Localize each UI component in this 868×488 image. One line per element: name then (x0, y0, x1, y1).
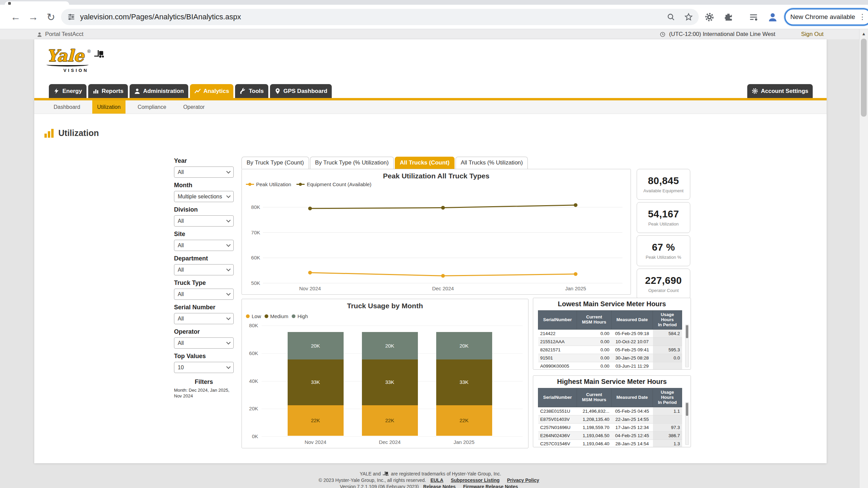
column-header[interactable]: SerialNumber (538, 311, 577, 330)
media-list-icon[interactable] (749, 13, 758, 22)
site-settings-icon[interactable] (67, 13, 75, 21)
nav-tab-energy[interactable]: Energy (49, 84, 86, 98)
data-point[interactable] (308, 271, 312, 274)
privacy-policy-link[interactable]: Privacy Policy (507, 477, 539, 483)
chrome-update-chip[interactable]: New Chrome available ⋮ (784, 8, 868, 26)
bar-segment-low[interactable]: 22K (362, 405, 418, 436)
release-notes-link[interactable]: Release Notes (423, 484, 456, 488)
address-bar[interactable]: yalevision.com/Pages/Analytics/BIAnalyti… (61, 9, 699, 25)
table-scrollbar[interactable] (685, 325, 689, 367)
url-text[interactable]: yalevision.com/Pages/Analytics/BIAnalyti… (80, 13, 241, 21)
scrollbar-thumb[interactable] (861, 39, 867, 117)
data-point[interactable] (308, 207, 312, 210)
truck-usage-chart: 0K20K40K60K80K22K33K20KNov 202422K33K20K… (242, 299, 528, 448)
scrollbar-thumb[interactable] (686, 325, 688, 338)
filter-group-operator: OperatorAll (174, 328, 234, 349)
top-values-filter-select[interactable]: 10 (174, 362, 234, 373)
bar-segment-low[interactable]: 22K (288, 405, 344, 436)
nav-tab-analytics[interactable]: Analytics (190, 84, 234, 98)
subnav-item-compliance[interactable]: Compliance (133, 100, 171, 114)
firmware-release-notes-link[interactable]: Firmware Release Notes (463, 484, 518, 488)
column-header[interactable]: Measured Date (612, 388, 653, 407)
bar-segment-medium[interactable]: 33K (436, 359, 492, 405)
data-point[interactable] (574, 272, 578, 276)
chart-tab-strip: By Truck Type (Count)By Truck Type (% Ut… (242, 157, 528, 169)
bar-segment-high[interactable]: 20K (288, 332, 344, 360)
nav-tab-reports[interactable]: Reports (88, 84, 128, 98)
division-filter-select[interactable]: All (174, 215, 234, 227)
nav-tab-gps-dashboard[interactable]: GPS Dashboard (270, 84, 332, 98)
chart-tab-all-trucks-count[interactable]: All Trucks (Count) (395, 157, 455, 169)
msm-table: SerialNumberCurrentMSM HoursMeasured Dat… (538, 388, 682, 447)
operator-filter-select[interactable]: All (174, 337, 234, 349)
kpi-stack: 80,845Available Equipment54,167Peak Util… (637, 169, 690, 299)
table-row: E264N02436V1,193,046.5004-Feb-25 12:4538… (538, 431, 682, 440)
column-header[interactable]: Usage HoursIn Period (653, 388, 682, 407)
month-filter-select[interactable]: Multiple selections (174, 191, 234, 202)
extensions-puzzle-icon[interactable] (724, 13, 733, 22)
nav-tab-label: Administration (143, 88, 184, 95)
user-icon (37, 32, 42, 37)
column-header[interactable]: CurrentMSM Hours (577, 388, 612, 407)
bookmark-star-icon[interactable] (684, 13, 693, 21)
filter-label: Truck Type (174, 279, 234, 287)
svg-text:Jan 2025: Jan 2025 (565, 286, 586, 291)
portal-account-label: Portal TestAcct (45, 31, 83, 38)
chart-tab-all-trucks-utilization[interactable]: All Trucks (% Utilization) (456, 157, 528, 169)
subprocessor-listing-link[interactable]: Subprocessor Listing (451, 477, 500, 483)
chart-tab-by-truck-type-utilization[interactable]: By Truck Type (% Utilization) (310, 157, 394, 169)
department-filter-select[interactable]: All (174, 264, 234, 275)
subnav-item-utilization[interactable]: Utilization (92, 100, 125, 114)
brand-sub: VISION (46, 68, 89, 73)
profile-avatar-icon[interactable] (767, 12, 778, 22)
scroll-up-arrow[interactable]: ▲ (860, 29, 868, 38)
filter-sidebar: YearAllMonthMultiple selectionsDivisionA… (174, 157, 234, 399)
table-cell: 1,198,559.70 (577, 423, 612, 431)
column-header[interactable]: CurrentMSM Hours (577, 311, 612, 330)
column-header[interactable]: Measured Date (612, 311, 653, 330)
subnav-item-operator[interactable]: Operator (178, 100, 209, 114)
table-cell: 03-Jun-21 11:29 (612, 362, 653, 370)
nav-tab-administration[interactable]: Administration (130, 84, 188, 98)
bar-segment-low[interactable]: 22K (436, 405, 492, 436)
settings-gear-icon[interactable] (705, 13, 714, 22)
table-cell: 04-Feb-25 12:45 (612, 431, 653, 440)
browser-tab[interactable] (5, 1, 69, 5)
sign-out-link[interactable]: Sign Out (801, 31, 824, 38)
kpi-label: Available Equipment (641, 189, 686, 193)
table-cell: 595.3 (653, 346, 682, 354)
bar-segment-medium[interactable]: 33K (362, 359, 418, 405)
nav-tab-tools[interactable]: Tools (235, 84, 268, 98)
data-point[interactable] (441, 274, 445, 278)
column-header[interactable]: SerialNumber (538, 388, 577, 407)
data-point[interactable] (441, 206, 445, 210)
nav-tab-account-settings[interactable]: Account Settings (747, 84, 813, 98)
chevron-down-icon (226, 316, 231, 320)
data-point[interactable] (574, 203, 578, 207)
bolt-icon (53, 88, 60, 94)
kebab-menu-icon[interactable]: ⋮ (859, 13, 866, 21)
truck-type-filter-select[interactable]: All (174, 289, 234, 300)
bar-segment-high[interactable]: 20K (362, 332, 418, 360)
svg-text:Dec 2024: Dec 2024 (432, 286, 454, 291)
scrollbar-thumb[interactable] (686, 403, 688, 416)
page-scrollbar[interactable]: ▲ (859, 29, 868, 488)
bar-segment-high[interactable]: 20K (436, 332, 492, 360)
year-filter-select[interactable]: All (174, 167, 234, 178)
eula-link[interactable]: EULA (430, 477, 443, 483)
subnav-item-dashboard[interactable]: Dashboard (49, 100, 85, 114)
chart-tab-by-truck-type-count[interactable]: By Truck Type (Count) (242, 157, 309, 169)
browser-window: ← → ↻ yalevision.com/Pages/Analytics/BIA… (0, 0, 868, 488)
serial-number-filter-select[interactable]: All (174, 313, 234, 324)
reload-button[interactable]: ↻ (43, 11, 58, 23)
column-header[interactable]: Usage HoursIn Period (653, 311, 682, 330)
zoom-icon[interactable] (667, 13, 675, 21)
table-cell: A0990K00005 (538, 362, 577, 370)
back-button[interactable]: ← (8, 11, 23, 23)
site-filter-select[interactable]: All (174, 240, 234, 251)
table-row: C238E01551U21,496,832...05-Feb-25 04:451… (538, 407, 682, 415)
forward-button[interactable]: → (26, 11, 41, 23)
table-cell: 1.1 (653, 407, 682, 415)
bar-segment-medium[interactable]: 33K (288, 359, 344, 405)
table-scrollbar[interactable] (685, 402, 689, 445)
